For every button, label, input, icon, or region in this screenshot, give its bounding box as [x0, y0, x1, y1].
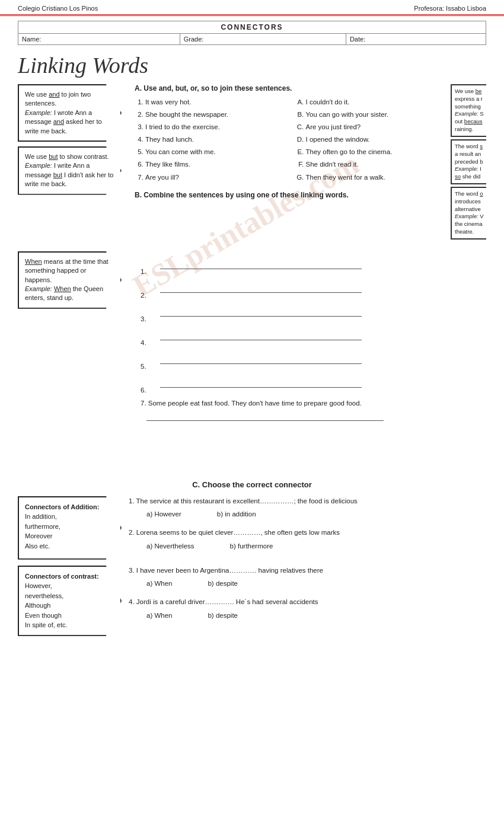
and-panel: We use and to join two sentences.Example…	[18, 84, 122, 142]
option-a-2: a) Nevertheless	[146, 541, 194, 551]
grade-label: Grade:	[180, 34, 346, 45]
contrast-item: nevertheless,	[25, 591, 114, 601]
but-panel-text: We use but to show contrast.Example: I w…	[25, 153, 113, 187]
q-options-4: a) When b) despite	[146, 611, 486, 621]
left-sentence-1: It was very hot.	[145, 97, 283, 107]
addition-connector-box: Connectors of Addition: In addition,furt…	[18, 496, 122, 560]
contrast-item: Although	[25, 601, 114, 611]
option-b-2: b) furthermore	[230, 541, 273, 551]
section-c-row: Connectors of Addition: In addition,furt…	[18, 496, 486, 560]
b-answer-6: 6.	[141, 374, 486, 394]
when-panel-text: When means at the time that something ha…	[25, 258, 109, 302]
when-panel: When means at the time that something ha…	[18, 251, 122, 309]
b-answer-5: 5.	[141, 350, 486, 370]
and-panel-text: We use and to join two sentences.Example…	[25, 91, 102, 135]
section-b-row: When means at the time that something ha…	[18, 245, 486, 427]
b-answer-lines-group: 1. 2. 3. 4. 5. 6.	[129, 255, 486, 394]
option-a-1: a) However	[146, 509, 181, 519]
option-b-3: b) despite	[208, 579, 238, 589]
sentences-left: It was very hot.She bought the newspaper…	[135, 97, 283, 185]
worksheet-title: CONNECTORS	[18, 21, 486, 34]
left-sentence-7: Are you ill?	[145, 173, 283, 182]
right-sentence-3: Are you just tired?	[306, 122, 444, 132]
right-sentence-1: I couldn't do it.	[306, 97, 444, 107]
b-answer-1: 1.	[141, 255, 486, 275]
b-answer-4: 4.	[141, 326, 486, 346]
addition-item: Also etc.	[25, 541, 114, 551]
b-answer-3: 3.	[141, 302, 486, 323]
addition-item: Moreover	[25, 531, 114, 541]
left-sentence-3: I tried to do the exercise.	[145, 122, 283, 132]
right-panels-container: We use beexpress a rsomethingExample: So…	[451, 84, 486, 240]
b-answer-2: 2.	[141, 279, 486, 299]
section-a-row: We use and to join two sentences.Example…	[18, 84, 486, 240]
question-block-2: 2. Lorena seems to be quiet clever…………, …	[129, 528, 486, 551]
left-sentence-5: You can come with me.	[145, 147, 283, 157]
contrast-connector-box: Connectors of contrast: However,neverthe…	[18, 566, 122, 636]
so-panel: The word sa result anpreceded bExample: …	[451, 139, 486, 184]
right-sentence-2: You can go with your sister.	[306, 110, 444, 119]
contrast-title: Connectors of contrast:	[25, 573, 99, 580]
sentence-lists: It was very hot.She bought the newspaper…	[135, 97, 444, 185]
q-options-2: a) Nevertheless b) furthermore	[146, 541, 486, 551]
right-sentence-4: I opened the window.	[306, 135, 444, 144]
section-c-questions-3-4: 3. I have never been to Argentina………… ha…	[129, 566, 486, 636]
contrast-items: However,nevertheless,AlthoughEven though…	[25, 581, 114, 630]
name-label: Name:	[18, 34, 180, 45]
teacher-name: Profesora: Issabo Lisboa	[414, 5, 486, 12]
exercise-b-title: B. Combine the sentences by using one of…	[135, 191, 444, 199]
q-options-3: a) When b) despite	[146, 579, 486, 589]
b-item-7-text: 7. Some people eat fast food. They don't…	[141, 400, 486, 407]
contrast-item: However,	[25, 581, 114, 591]
q-options-1: a) However b) in addition	[146, 509, 486, 519]
addition-items: In addition,furthermore,MoreoverAlso etc…	[25, 512, 114, 551]
main-content: Linking Words We use and to join two sen…	[0, 52, 504, 636]
exercise-a-content: A. Use and, but, or, so to join these se…	[135, 84, 444, 240]
section-c-row-2: Connectors of contrast: However,neverthe…	[18, 566, 486, 636]
option-b-4: b) despite	[208, 611, 238, 621]
q-text-4: 4. Jordi is a careful driver…………. He´s h…	[129, 597, 486, 607]
page-title: Linking Words	[18, 52, 486, 78]
left-sentence-4: They had lunch.	[145, 135, 283, 144]
option-b-1: b) in addition	[217, 509, 256, 519]
contrast-item: In spite of, etc.	[25, 620, 114, 630]
left-sentence-6: They like films.	[145, 159, 283, 169]
section-b-exercise: 1. 2. 3. 4. 5. 6. 7. Some people eat fas…	[129, 245, 486, 427]
section-c-questions-1-2: 1. The service at this restaurant is exc…	[129, 496, 486, 560]
page-header: Colegio Cristiano Los Pinos Profesora: I…	[0, 0, 504, 16]
addition-item: furthermore,	[25, 522, 114, 532]
exercise-a-title: A. Use and, but, or, so to join these se…	[135, 84, 444, 92]
addition-item: In addition,	[25, 512, 114, 522]
option-a-4: a) When	[146, 611, 172, 621]
right-sentence-6: She didn't read it.	[306, 159, 444, 169]
question-block-4: 4. Jordi is a careful driver…………. He´s h…	[129, 597, 486, 621]
because-panel: We use beexpress a rsomethingExample: So…	[451, 84, 486, 137]
right-sentence-7: Then they went for a walk.	[306, 173, 444, 182]
b-answer-7-line	[146, 410, 384, 421]
q-text-2: 2. Lorena seems to be quiet clever…………, …	[129, 528, 486, 538]
blank-section	[18, 433, 486, 468]
addition-title: Connectors of Addition:	[25, 503, 99, 510]
q-text-3: 3. I have never been to Argentina………… ha…	[129, 566, 486, 576]
left-sentence-2: She bought the newspaper.	[145, 110, 283, 119]
question-block-1: 1. The service at this restaurant is exc…	[129, 496, 486, 520]
option-a-3: a) When	[146, 579, 172, 589]
sentences-right: I couldn't do it.You can go with your si…	[295, 97, 444, 185]
section-c-title: C. Choose the correct connector	[18, 480, 486, 489]
contrast-item: Even though	[25, 611, 114, 621]
info-table: CONNECTORS Name: Grade: Date:	[18, 21, 486, 45]
question-block-3: 3. I have never been to Argentina………… ha…	[129, 566, 486, 589]
or-panel: The word ointroducesalternativeExample: …	[451, 187, 486, 240]
q-text-1: 1. The service at this restaurant is exc…	[129, 496, 486, 506]
school-name: Colegio Cristiano Los Pinos	[18, 5, 98, 12]
section-c: C. Choose the correct connector Connecto…	[18, 480, 486, 636]
date-label: Date:	[346, 34, 486, 45]
but-panel: We use but to show contrast.Example: I w…	[18, 146, 122, 195]
right-sentence-5: They often go to the cinema.	[306, 147, 444, 157]
